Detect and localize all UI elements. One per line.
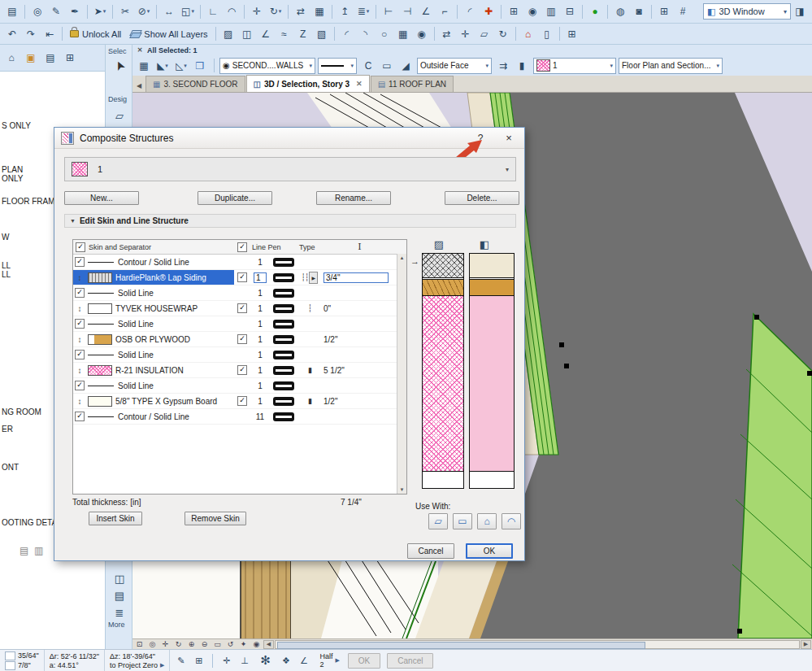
horizontal-scrollbar[interactable] [275, 640, 800, 649]
pen-number[interactable]: 1 [250, 363, 270, 377]
rotate2-icon[interactable]: ↻ [494, 25, 512, 42]
new-document-icon[interactable]: ▤ [3, 3, 21, 20]
fill-tool-icon[interactable]: ▨ [219, 25, 237, 42]
skin-row[interactable]: ↕5/8" TYPE X Gypsum Board✓1▮1/2" [73, 394, 406, 409]
type-dropdown-icon[interactable]: ▶ [309, 272, 318, 284]
skin-fill-swatch[interactable] [88, 334, 112, 345]
skin-name[interactable]: 5/8" TYPE X Gypsum Board [114, 394, 234, 408]
delete-button[interactable]: Delete... [445, 191, 519, 205]
separator-row[interactable]: ✓Contour / Solid Line1 [73, 255, 406, 270]
skin-checkbox[interactable]: ✓ [237, 396, 247, 406]
zone-icon[interactable]: ⊞ [505, 3, 523, 20]
skin-type-icon[interactable]: ▮ [308, 366, 311, 374]
pen-number[interactable]: 1 [250, 255, 270, 269]
pen-color-swatch[interactable] [273, 412, 294, 421]
skin-name[interactable]: OSB OR PLYWOOD [114, 332, 234, 346]
previous-zoom-icon[interactable]: ↺ [224, 640, 237, 649]
layout-book-icon[interactable]: ▥ [542, 3, 560, 20]
drag-handle-icon[interactable]: ↕ [78, 273, 82, 282]
pen-color-swatch[interactable] [273, 273, 294, 282]
window-list-icon[interactable]: ◨ [791, 3, 809, 20]
composite-combo[interactable]: 1 ▾ [533, 58, 616, 74]
level-dimension-icon[interactable]: ⌐ [436, 3, 454, 20]
coord-y-value[interactable]: 7/8" [18, 661, 31, 669]
move-icon[interactable]: ✛ [248, 3, 266, 20]
help-button[interactable]: ? [472, 133, 489, 144]
schedule-icon[interactable]: ⊟ [561, 3, 579, 20]
pen-color-swatch[interactable] [273, 381, 294, 390]
status-ok-button[interactable]: OK [348, 653, 380, 669]
chevron-right-icon[interactable]: ▶ [160, 662, 164, 669]
pen-number[interactable]: 1 [250, 332, 270, 346]
navigator-item[interactable]: LL [2, 261, 11, 270]
mirror-icon[interactable]: ⇄ [292, 3, 310, 20]
skin-fill-swatch[interactable] [88, 272, 112, 283]
hscroll-left-icon[interactable]: ◀ [263, 640, 274, 649]
skin-checkbox[interactable]: ✓ [237, 272, 247, 282]
skin-fill-swatch[interactable] [88, 303, 112, 314]
drag-handle-icon[interactable]: ↕ [78, 397, 82, 406]
separator-row[interactable]: ✓Solid Line1 [73, 316, 406, 332]
3d-window-combo[interactable]: ◧ 3D Window ▾ [703, 3, 791, 20]
drag-handle-icon[interactable]: ↕ [78, 304, 82, 313]
pen-color-swatch[interactable] [273, 258, 294, 267]
redo-icon[interactable]: ↷ [22, 25, 40, 42]
skin-name[interactable]: R-21 INSULATION [114, 363, 234, 377]
pen-color-swatch[interactable] [273, 320, 294, 329]
surface-icon[interactable]: ◧ [475, 237, 493, 251]
navigator-item[interactable]: W [2, 233, 9, 242]
drag-handle-icon[interactable]: ↕ [78, 366, 82, 375]
arc-segment-icon[interactable]: ◜ [338, 25, 356, 42]
select-all-checkbox[interactable]: ✓ [76, 242, 85, 252]
row-checkbox[interactable]: ✓ [75, 288, 85, 298]
row-checkbox[interactable]: ✓ [75, 257, 85, 267]
pen-color-swatch[interactable] [273, 335, 294, 344]
box3d-icon[interactable]: ▯ [538, 25, 556, 42]
camera2-icon[interactable]: ◉ [413, 25, 431, 42]
cut-fill-icon[interactable]: ▨ [430, 237, 448, 251]
duplicate-button[interactable]: Duplicate... [198, 191, 272, 205]
pen-number[interactable]: 1 [250, 316, 270, 331]
pen-color-swatch[interactable] [273, 289, 294, 298]
thickness-input[interactable]: 3/4" [323, 272, 389, 283]
project-map-icon[interactable]: ▣ [22, 50, 40, 67]
pen-number[interactable]: 1 [250, 394, 270, 408]
thickness-value[interactable]: 0" [322, 301, 397, 316]
delta-r-value[interactable]: Δr: 52'-6 11/32" [50, 652, 99, 660]
skin-row[interactable]: ↕OSB OR PLYWOOD✓11/2" [73, 332, 406, 347]
hscroll-right-icon[interactable]: ▶ [801, 640, 811, 649]
find-select-icon[interactable]: ◎ [28, 3, 46, 20]
skin-checkbox[interactable]: ✓ [237, 303, 247, 313]
row-checkbox[interactable]: ✓ [75, 350, 85, 359]
profile-icon[interactable]: ◫ [238, 25, 256, 42]
thickness-value[interactable]: 1/2" [322, 394, 397, 408]
hatch-icon[interactable]: ▧ [313, 25, 331, 42]
use-slab-icon[interactable]: ▭ [453, 513, 472, 529]
cursor-snap-icon[interactable]: ✛ [218, 652, 235, 669]
construction-method-icon[interactable]: ◺▾ [172, 57, 190, 74]
fit-in-window-icon[interactable]: ▭ [211, 640, 224, 649]
slant-method-icon[interactable]: ◢ [397, 57, 415, 74]
object-tool-icon[interactable]: ▤ [110, 586, 129, 604]
arc-segment2-icon[interactable]: ◝ [357, 25, 375, 42]
table-scrollbar[interactable]: ▲ ▼ [397, 254, 406, 494]
ok-button[interactable]: OK [466, 543, 513, 559]
gears-icon[interactable]: ✻ [254, 652, 276, 669]
new-button[interactable]: New... [64, 191, 139, 205]
arrow-select-tool[interactable]: ➤ [110, 57, 129, 75]
split-icon[interactable]: ⊘▾ [135, 3, 153, 20]
grid-icon[interactable]: ⊞ [190, 652, 207, 669]
navigator-item[interactable]: LL [2, 270, 11, 279]
pen-number[interactable]: 1 [250, 285, 270, 300]
close-infobox-icon[interactable]: ✕ [136, 46, 144, 54]
pen-number[interactable]: 1 [250, 378, 270, 393]
pen-number[interactable]: 1 [250, 347, 270, 362]
outside-face-combo[interactable]: Outside Face ▾ [417, 58, 492, 74]
navigator-item[interactable]: ONLY [2, 174, 24, 183]
rect-method-icon[interactable]: ▭ [378, 57, 396, 74]
pen-color-swatch[interactable] [273, 366, 294, 375]
rotate-icon[interactable]: ↻▾ [267, 3, 284, 20]
mesh-tool-icon[interactable]: ▦ [394, 25, 412, 42]
separator-row[interactable]: ✓Solid Line1 [73, 347, 406, 363]
use-shell-icon[interactable]: ◠ [502, 513, 521, 529]
